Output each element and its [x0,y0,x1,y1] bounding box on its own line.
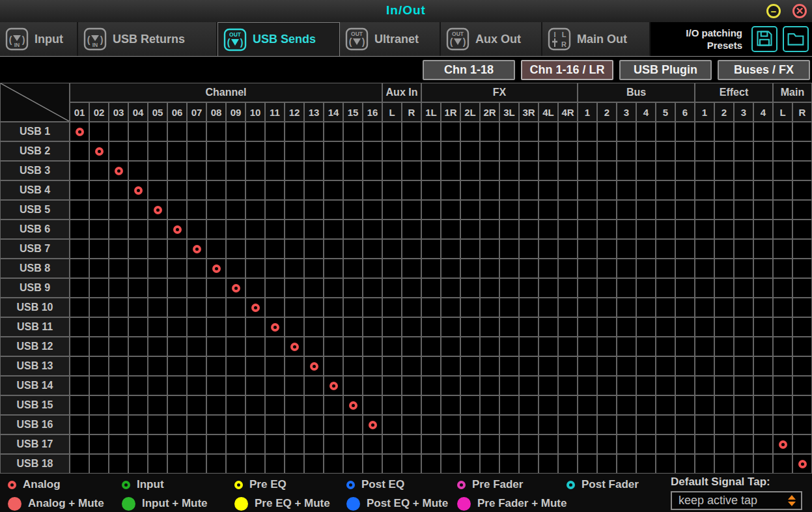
patch-cell[interactable] [676,181,694,199]
patch-cell[interactable] [461,377,479,395]
patch-cell[interactable] [539,416,557,434]
patch-cell[interactable] [520,259,538,277]
patch-cell[interactable] [266,201,284,219]
patch-cell[interactable] [578,318,596,336]
patch-cell[interactable] [578,220,596,238]
patch-cell[interactable] [539,455,557,473]
patch-cell[interactable] [715,416,733,434]
patch-cell[interactable] [383,122,401,141]
patch-cell[interactable] [129,337,147,356]
patch-cell[interactable] [109,377,128,395]
patch-cell[interactable] [188,416,206,434]
patch-cell[interactable] [344,435,362,453]
patch-cell[interactable] [207,181,225,199]
patch-cell[interactable] [559,337,577,356]
patch-cell[interactable] [754,259,772,277]
patch-cell[interactable] [715,377,733,395]
patch-cell[interactable] [481,162,499,180]
patch-cell[interactable] [715,181,733,199]
patch-cell[interactable] [578,337,596,356]
patch-cell[interactable] [227,357,245,375]
patch-cell[interactable] [500,455,518,473]
patch-cell[interactable] [656,142,675,160]
patch-cell[interactable] [695,201,714,219]
patch-cell[interactable] [578,181,596,199]
patch-cell[interactable] [305,435,323,453]
patch-cell[interactable] [441,377,460,395]
patch-cell[interactable] [539,142,557,160]
patch-cell[interactable] [793,416,811,434]
patch-cell[interactable] [383,181,401,199]
patch-cell[interactable] [90,240,108,258]
patch-cell[interactable] [109,279,128,297]
patch-cell[interactable] [559,142,577,160]
patch-cell[interactable] [539,337,557,356]
view-button-chn-1-18[interactable]: Chn 1-18 [423,60,515,80]
patch-cell[interactable] [695,416,714,434]
patch-cell[interactable] [735,240,753,258]
patch-cell[interactable] [695,337,714,356]
patch-cell[interactable] [266,396,284,414]
patch-cell[interactable] [129,377,147,395]
patch-cell[interactable] [441,181,460,199]
patch-cell[interactable] [520,298,538,317]
patch-cell[interactable] [422,396,440,414]
patch-cell[interactable] [285,396,303,414]
patch-cell[interactable] [598,201,616,219]
patch-cell[interactable] [578,357,596,375]
patch-cell[interactable] [598,318,616,336]
patch-cell[interactable] [656,279,675,297]
patch-cell[interactable] [754,240,772,258]
patch-cell[interactable] [422,435,440,453]
patch-cell[interactable] [774,259,792,277]
patch-cell[interactable] [637,435,655,453]
patch-cell[interactable] [383,318,401,336]
patch-cell[interactable] [363,259,382,277]
patch-cell[interactable] [735,181,753,199]
patch-cell[interactable] [754,279,772,297]
patch-cell[interactable] [90,318,108,336]
patch-cell[interactable] [735,396,753,414]
patch-cell[interactable] [266,279,284,297]
patch-cell[interactable] [285,162,303,180]
patch-cell[interactable] [90,337,108,356]
patch-cell[interactable] [266,455,284,473]
patch-cell[interactable] [793,318,811,336]
patch-cell[interactable] [422,142,440,160]
patch-cell[interactable] [344,162,362,180]
patch-cell[interactable] [715,298,733,317]
patch-cell[interactable] [481,318,499,336]
patch-cell[interactable] [168,201,186,219]
patch-cell[interactable] [617,337,636,356]
patch-cell[interactable] [441,162,460,180]
patch-cell[interactable] [363,318,382,336]
patch-cell[interactable] [266,298,284,317]
patch-cell[interactable] [324,416,343,434]
patch-cell[interactable] [129,201,147,219]
patch-cell[interactable] [520,279,538,297]
patch-cell[interactable] [324,220,343,238]
patch-cell[interactable] [441,279,460,297]
patch-cell[interactable] [656,435,675,453]
patch-cell[interactable] [305,142,323,160]
close-button[interactable]: ✕ [792,4,807,18]
patch-cell[interactable] [676,298,694,317]
patch-cell[interactable] [266,259,284,277]
patch-cell[interactable] [207,337,225,356]
patch-cell[interactable] [559,181,577,199]
patch-cell[interactable] [266,122,284,141]
patch-cell[interactable] [383,201,401,219]
default-signal-tap-select[interactable]: keep active tap [671,491,802,510]
patch-cell[interactable] [90,416,108,434]
patch-cell[interactable] [207,259,225,277]
patch-cell[interactable] [598,357,616,375]
patch-cell[interactable] [637,416,655,434]
patch-cell[interactable] [500,142,518,160]
patch-cell[interactable] [402,201,421,219]
patch-cell[interactable] [383,279,401,297]
patch-cell[interactable] [481,201,499,219]
patch-cell[interactable] [246,162,264,180]
patch-cell[interactable] [168,298,186,317]
tab-aux-out[interactable]: OUT ( ) Aux Out [441,22,542,56]
patch-cell[interactable] [695,298,714,317]
